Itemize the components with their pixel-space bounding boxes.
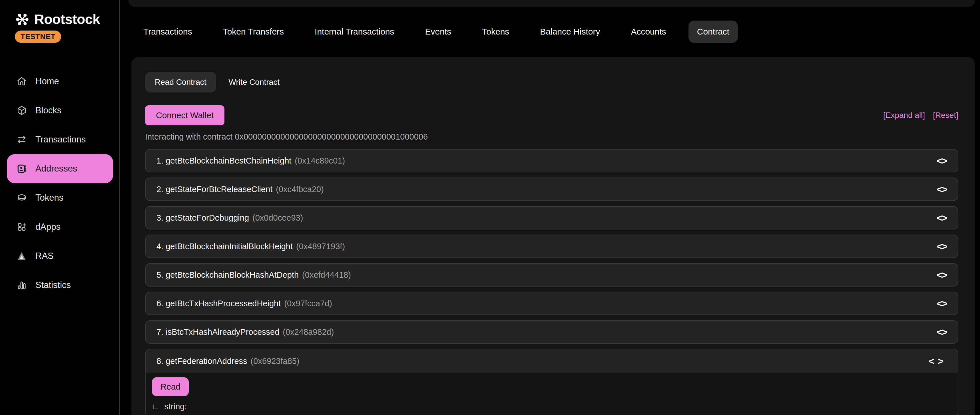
brand-name: Rootstock (34, 11, 100, 27)
tab-tokens[interactable]: Tokens (473, 21, 518, 43)
connect-wallet-button[interactable]: Connect Wallet (145, 105, 224, 125)
method-title: 3. getStateForDebugging (0x0d0cee93) (156, 213, 303, 223)
reset-link[interactable]: [Reset] (933, 111, 958, 120)
method-row-6[interactable]: 6. getBtcTxHashProcessedHeight (0x97fcca… (145, 292, 958, 315)
transfer-arrows-icon (16, 134, 27, 145)
method-signature: (0x0d0cee93) (253, 213, 303, 223)
sidebar-item-tokens[interactable]: Tokens (7, 183, 113, 212)
contract-sub-tabs: Read Contract Write Contract (145, 72, 958, 92)
rootstock-logo-icon (15, 12, 30, 27)
tab-balance-history[interactable]: Balance History (531, 21, 608, 43)
code-icon[interactable]: <> (937, 269, 947, 281)
code-icon[interactable]: <> (937, 326, 947, 338)
contact-card-icon (16, 163, 27, 174)
method-name: 8. getFederationAddress (156, 356, 247, 366)
list-controls: [Expand all] [Reset] (883, 111, 958, 120)
expand-all-link[interactable]: [Expand all] (883, 111, 925, 120)
scrolled-panel-edge (129, 0, 975, 7)
method-row-7[interactable]: 7. isBtcTxHashAlreadyProcessed (0x248a98… (145, 320, 958, 343)
method-title: 8. getFederationAddress (0x6923fa85) (156, 356, 299, 366)
code-icon[interactable]: <> (937, 241, 947, 252)
method-signature: (0x248a982d) (283, 328, 334, 337)
coin-icon (16, 192, 27, 204)
sidebar-item-label: Blocks (35, 105, 61, 116)
tab-transactions[interactable]: Transactions (135, 21, 201, 43)
sidebar-nav: Home Blocks Transactions (0, 67, 119, 300)
sidebar-item-label: Statistics (35, 280, 71, 290)
dapps-grid-icon (16, 221, 27, 233)
method-row-8-expanded: 8. getFederationAddress (0x6923fa85) <> … (145, 349, 958, 415)
sidebar-item-label: dApps (35, 222, 60, 232)
code-icon[interactable]: <> (929, 356, 947, 367)
tab-contract[interactable]: Contract (689, 21, 738, 43)
method-row-8-header[interactable]: 8. getFederationAddress (0x6923fa85) <> (146, 349, 958, 373)
tab-token-transfers[interactable]: Token Transfers (215, 21, 293, 43)
method-title: 5. getBtcBlockchainBlockHashAtDepth (0xe… (156, 270, 351, 280)
sidebar-item-label: Addresses (35, 164, 77, 174)
address-tabs: Transactions Token Transfers Internal Tr… (135, 21, 980, 43)
sidebar-item-transactions[interactable]: Transactions (7, 125, 113, 154)
tab-internal-transactions[interactable]: Internal Transactions (306, 21, 402, 43)
sidebar-item-label: Home (35, 76, 59, 86)
method-signature: (0xc4fbca20) (276, 184, 324, 194)
method-signature: (0x97fcca7d) (284, 299, 332, 308)
cube-icon (16, 105, 27, 116)
method-title: 7. isBtcTxHashAlreadyProcessed (0x248a98… (156, 328, 334, 337)
method-name: 2. getStateForBtcReleaseClient (156, 184, 272, 194)
sidebar-item-addresses[interactable]: Addresses (7, 154, 113, 183)
corner-glyph-icon: ∟ (152, 402, 159, 411)
code-icon[interactable]: <> (937, 184, 947, 195)
method-name: 7. isBtcTxHashAlreadyProcessed (156, 328, 279, 337)
code-icon[interactable]: <> (937, 155, 947, 166)
method-signature: (0x14c89c01) (295, 156, 345, 165)
sidebar-item-label: Tokens (35, 192, 64, 203)
method-row-5[interactable]: 5. getBtcBlockchainBlockHashAtDepth (0xe… (145, 263, 958, 286)
tab-accounts[interactable]: Accounts (622, 21, 675, 43)
method-name: 6. getBtcTxHashProcessedHeight (156, 299, 281, 308)
home-icon (16, 76, 27, 87)
method-title: 2. getStateForBtcReleaseClient (0xc4fbca… (156, 184, 324, 194)
method-name: 1. getBtcBlockchainBestChainHeight (156, 156, 291, 165)
triangle-icon (16, 250, 27, 262)
method-signature: (0x6923fa85) (251, 356, 299, 366)
contract-methods-list: 1. getBtcBlockchainBestChainHeight (0x14… (145, 149, 958, 415)
method-row-2[interactable]: 2. getStateForBtcReleaseClient (0xc4fbca… (145, 178, 958, 201)
contract-panel: Read Contract Write Contract Connect Wal… (131, 57, 975, 415)
bar-chart-icon (16, 280, 27, 291)
sidebar-item-label: Transactions (35, 134, 86, 145)
method-name: 3. getStateForDebugging (156, 213, 249, 223)
sidebar-item-dapps[interactable]: dApps (7, 212, 113, 242)
method-body: Read ∟ string: (146, 373, 958, 415)
method-signature: (0xefd44418) (302, 270, 351, 280)
brand-block: Rootstock TESTNET (0, 11, 119, 43)
main-content: Transactions Token Transfers Internal Tr… (121, 0, 980, 415)
method-row-1[interactable]: 1. getBtcBlockchainBestChainHeight (0x14… (145, 149, 958, 172)
code-icon[interactable]: <> (937, 212, 947, 224)
code-icon[interactable]: <> (937, 298, 947, 309)
sidebar: Rootstock TESTNET Home Blocks (0, 0, 120, 415)
method-name: 5. getBtcBlockchainBlockHashAtDepth (156, 270, 299, 280)
method-row-3[interactable]: 3. getStateForDebugging (0x0d0cee93) <> (145, 206, 958, 229)
read-button[interactable]: Read (152, 377, 189, 396)
tab-read-contract[interactable]: Read Contract (145, 72, 216, 92)
sidebar-item-label: RAS (35, 251, 54, 261)
sidebar-item-ras[interactable]: RAS (7, 242, 113, 270)
sidebar-item-statistics[interactable]: Statistics (7, 270, 113, 300)
method-signature: (0x4897193f) (296, 242, 345, 251)
network-badge: TESTNET (15, 30, 61, 43)
interacting-with-text: Interacting with contract 0x000000000000… (145, 132, 958, 142)
actions-row: Connect Wallet [Expand all] [Reset] (145, 105, 958, 125)
sidebar-item-home[interactable]: Home (7, 67, 113, 96)
method-title: 4. getBtcBlockchainInitialBlockHeight (0… (156, 242, 345, 251)
method-name: 4. getBtcBlockchainInitialBlockHeight (156, 242, 293, 251)
sidebar-item-blocks[interactable]: Blocks (7, 96, 113, 125)
method-title: 1. getBtcBlockchainBestChainHeight (0x14… (156, 156, 345, 165)
method-row-4[interactable]: 4. getBtcBlockchainInitialBlockHeight (0… (145, 235, 958, 258)
tab-write-contract[interactable]: Write Contract (216, 72, 292, 92)
method-title: 6. getBtcTxHashProcessedHeight (0x97fcca… (156, 299, 332, 308)
tab-events[interactable]: Events (417, 21, 460, 43)
result-type-label: string: (164, 402, 187, 411)
result-line: ∟ string: (152, 402, 951, 411)
